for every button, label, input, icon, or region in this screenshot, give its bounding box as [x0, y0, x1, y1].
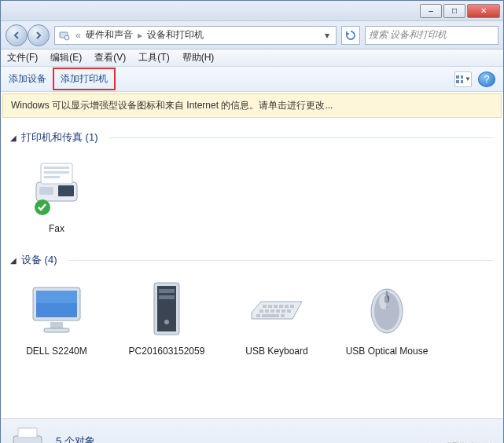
pc-tower-icon [135, 278, 198, 341]
group-printers-header[interactable]: ◢ 打印机和传真 (1) [10, 130, 494, 145]
svg-rect-37 [256, 314, 260, 317]
close-button[interactable]: ✕ [467, 4, 500, 18]
svg-point-24 [164, 320, 169, 324]
breadcrumb-current[interactable]: 设备和打印机 [147, 28, 204, 42]
svg-rect-38 [262, 314, 279, 317]
menu-bar: 文件(F) 编辑(E) 查看(V) 工具(T) 帮助(H) [1, 49, 503, 67]
svg-rect-2 [456, 75, 459, 79]
breadcrumb-parent[interactable]: 硬件和声音 [86, 28, 133, 42]
svg-rect-35 [281, 309, 285, 313]
arrow-right-icon [34, 31, 43, 40]
svg-rect-23 [159, 295, 175, 299]
svg-rect-17 [36, 291, 77, 303]
svg-rect-31 [259, 309, 263, 313]
group-devices-title: 设备 (4) [21, 253, 57, 267]
device-label: DELL S2240M [13, 346, 100, 357]
svg-rect-4 [456, 80, 459, 83]
svg-rect-45 [18, 428, 37, 438]
device-mouse[interactable]: USB Optical Mouse [344, 278, 430, 357]
toolbar: 添加设备 添加打印机 ▼ ? [1, 67, 503, 92]
svg-rect-5 [461, 80, 463, 83]
svg-rect-8 [44, 167, 69, 169]
details-thumbnail [9, 425, 46, 444]
fax-icon [25, 156, 88, 218]
menu-help[interactable]: 帮助(H) [182, 51, 215, 64]
refresh-icon [345, 30, 356, 41]
details-count: 5 个对象 [56, 434, 95, 444]
info-bar[interactable]: Windows 可以显示增强型设备图标和来自 Internet 的信息。请单击进… [2, 93, 502, 118]
breadcrumb-separator: « [75, 30, 81, 41]
svg-rect-32 [265, 309, 269, 313]
svg-rect-33 [270, 309, 274, 313]
add-printer-button[interactable]: 添加打印机 [53, 68, 116, 90]
printer-icon [9, 425, 46, 444]
add-device-button[interactable]: 添加设备 [9, 72, 46, 86]
content-area: ◢ 打印机和传真 (1) [1, 119, 503, 418]
view-options-button[interactable]: ▼ [454, 71, 472, 87]
svg-rect-30 [290, 305, 294, 308]
svg-rect-27 [274, 305, 278, 308]
svg-rect-36 [287, 309, 291, 313]
device-label: USB Keyboard [234, 346, 320, 357]
svg-rect-28 [279, 305, 283, 308]
minimize-button[interactable]: – [420, 4, 442, 18]
help-button[interactable]: ? [478, 71, 495, 87]
svg-point-1 [64, 35, 69, 40]
address-dropdown[interactable]: ▾ [322, 30, 333, 41]
divider [109, 137, 495, 138]
device-label: Fax [13, 223, 100, 234]
navigation-bar: « 硬件和声音 ▸ 设备和打印机 ▾ 搜索 设备和打印机 [1, 21, 503, 49]
refresh-button[interactable] [341, 26, 360, 45]
devices-icon [58, 29, 71, 42]
info-text: Windows 可以显示增强型设备图标和来自 Internet 的信息。请单击进… [11, 100, 333, 111]
menu-file[interactable]: 文件(F) [7, 51, 38, 64]
mouse-icon [355, 278, 418, 341]
svg-rect-19 [44, 328, 69, 332]
menu-view[interactable]: 查看(V) [94, 51, 126, 64]
svg-rect-22 [159, 289, 175, 293]
keyboard-icon [245, 278, 308, 341]
svg-rect-3 [461, 75, 463, 79]
chevron-down-icon: ▼ [465, 75, 471, 82]
svg-rect-12 [58, 185, 74, 196]
svg-rect-25 [263, 305, 267, 308]
collapse-icon: ◢ [10, 256, 17, 265]
svg-rect-26 [268, 305, 272, 308]
svg-rect-29 [285, 305, 289, 308]
svg-rect-18 [50, 322, 63, 328]
svg-rect-10 [44, 176, 60, 178]
breadcrumb-separator: ▸ [138, 30, 142, 41]
device-label: USB Optical Mouse [344, 346, 430, 357]
divider [68, 260, 495, 261]
back-button[interactable] [6, 24, 28, 46]
device-pc[interactable]: PC201603152059 [123, 278, 210, 357]
menu-tools[interactable]: 工具(T) [138, 51, 169, 64]
group-printers-title: 打印机和传真 (1) [21, 130, 98, 145]
view-icon [455, 75, 463, 84]
search-placeholder: 搜索 设备和打印机 [369, 28, 447, 42]
svg-rect-34 [276, 309, 280, 313]
maximize-button[interactable]: □ [443, 4, 465, 18]
collapse-icon: ◢ [10, 134, 17, 142]
titlebar: – □ ✕ [1, 1, 503, 21]
svg-rect-39 [281, 314, 285, 317]
svg-point-43 [379, 294, 388, 309]
details-pane: 5 个对象 [1, 418, 503, 443]
device-fax[interactable]: Fax [13, 156, 100, 234]
device-monitor[interactable]: DELL S2240M [13, 278, 100, 357]
svg-rect-11 [39, 187, 53, 195]
device-label: PC201603152059 [123, 346, 210, 357]
device-keyboard[interactable]: USB Keyboard [234, 278, 320, 357]
address-bar[interactable]: « 硬件和声音 ▸ 设备和打印机 ▾ [54, 26, 337, 45]
search-input[interactable]: 搜索 设备和打印机 [365, 26, 498, 45]
monitor-icon [25, 278, 88, 341]
menu-edit[interactable]: 编辑(E) [50, 51, 82, 64]
svg-rect-9 [44, 171, 69, 174]
group-devices-header[interactable]: ◢ 设备 (4) [10, 253, 494, 267]
forward-button[interactable] [28, 24, 50, 46]
arrow-left-icon [12, 31, 21, 40]
